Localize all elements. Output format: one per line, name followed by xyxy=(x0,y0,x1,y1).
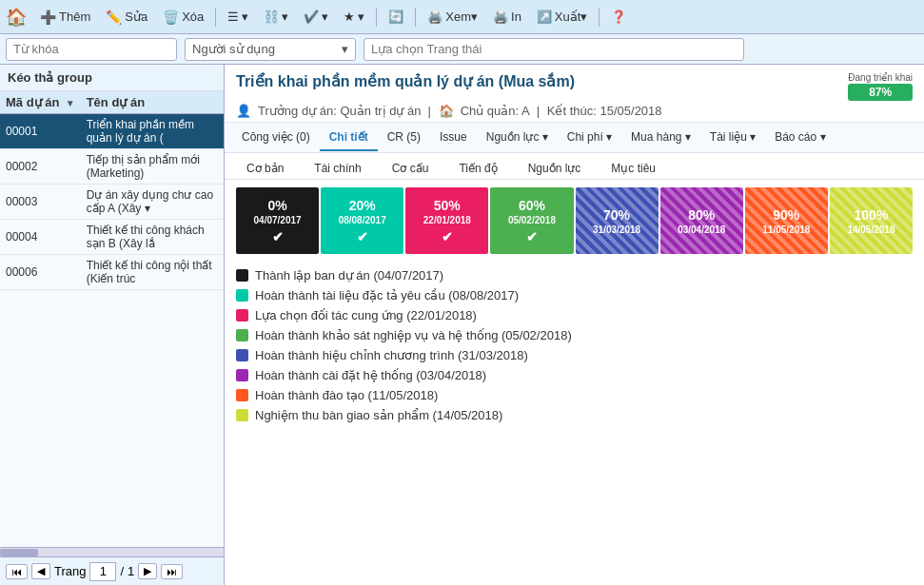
left-panel-title: Kéo thả group xyxy=(0,65,224,91)
legend-text: Thành lập ban dự án (04/07/2017) xyxy=(255,268,443,283)
project-code: 00003 xyxy=(0,185,81,220)
tab-cong-viec[interactable]: Công việc (0) xyxy=(232,125,320,151)
project-name: Triển khai phần mềm quản lý dự án ( xyxy=(81,114,224,149)
refresh-icon: 🔄 xyxy=(388,10,403,24)
check-icon: ✔ xyxy=(442,229,453,244)
divider-2 xyxy=(376,8,377,27)
sub-tab-co-ban[interactable]: Cơ bản xyxy=(232,157,298,179)
filter-icon-code[interactable]: ▼ xyxy=(66,98,75,108)
page-total: 1 xyxy=(128,564,134,578)
page-of: / xyxy=(120,564,124,578)
milestone-date: 03/04/2018 xyxy=(678,224,725,235)
milestone-pct: 70% xyxy=(603,207,630,223)
legend-item: Hoàn thành tài liệu đặc tả yêu cầu (08/0… xyxy=(236,285,913,305)
legend-item: Lựa chọn đối tác cung ứng (22/01/2018) xyxy=(236,305,913,325)
sub-tab-tien-do[interactable]: Tiến độ xyxy=(444,157,511,179)
sua-button[interactable]: ✏️ Sửa xyxy=(100,7,153,28)
legend-color xyxy=(236,349,248,361)
in-button[interactable]: 🖨️ In xyxy=(487,7,527,27)
them-button[interactable]: ➕ Thêm xyxy=(34,7,96,28)
print-icon: 🖨️ xyxy=(427,10,442,24)
user-select[interactable]: Người sử dụng ▾ xyxy=(185,38,356,61)
help-icon: ❓ xyxy=(611,10,626,24)
scroll-thumb[interactable] xyxy=(0,549,38,556)
tab-chi-phi[interactable]: Chi phí ▾ xyxy=(558,125,621,151)
table-row[interactable]: 00006 Thiết kế thi công nội thất (Kiến t… xyxy=(0,255,224,290)
sub-tab-tai-chinh[interactable]: Tài chính xyxy=(300,157,375,179)
sub-tab-muc-tieu[interactable]: Mục tiêu xyxy=(597,157,670,179)
legend-item: Nghiệm thu bàn giao sản phẩm (14/05/2018… xyxy=(236,405,913,425)
table-row[interactable]: 00003 Dự án xây dụng chư cao cấp A (Xây … xyxy=(0,185,224,220)
legend-color xyxy=(236,289,248,302)
xoa-button[interactable]: 🗑️ Xóa xyxy=(157,7,209,28)
legend-text: Lựa chọn đối tác cung ứng (22/01/2018) xyxy=(255,308,477,322)
check-icon: ✔ xyxy=(272,229,284,244)
check-button[interactable]: ✔️ ▾ xyxy=(298,7,334,27)
legend-list: Thành lập ban dự án (04/07/2017) Hoàn th… xyxy=(236,265,913,425)
milestone-track: 0% 04/07/2017 ✔ 20% 08/08/2017 ✔ 50% 22/… xyxy=(236,187,913,254)
meta-icon-person: 👤 xyxy=(236,104,251,118)
project-name: Dự án xây dụng chư cao cấp A (Xây ▾ xyxy=(81,185,224,220)
progress-badge: 87% xyxy=(848,84,913,101)
pagination: ⏮ ◀ Trang / 1 ▶ ⏭ xyxy=(0,556,224,585)
refresh-button[interactable]: 🔄 xyxy=(383,7,409,27)
legend-item: Hoàn thành đào tạo (11/05/2018) xyxy=(236,385,913,405)
xem-label: Xem▾ xyxy=(445,10,478,24)
menu-button[interactable]: ☰ ▾ xyxy=(222,7,254,27)
main-layout: Kéo thả group Mã dự án ▼ Tên dự án xyxy=(0,65,924,585)
legend-item: Hoàn thành cài đặt hệ thống (03/04/2018) xyxy=(236,365,913,385)
milestone-pct: 20% xyxy=(349,198,376,213)
divider-4 xyxy=(599,8,600,27)
legend-text: Hoàn thành hiệu chỉnh chương trình (31/0… xyxy=(255,348,528,362)
table-row[interactable]: 00001 Triển khai phần mềm quản lý dự án … xyxy=(0,114,224,149)
tab-tai-lieu[interactable]: Tài liệu ▾ xyxy=(700,125,765,151)
progress-label: Đang triển khai xyxy=(848,72,913,83)
milestone-date: 14/05/2018 xyxy=(847,224,895,235)
in-icon: 🖨️ xyxy=(493,10,508,24)
help-button[interactable]: ❓ xyxy=(605,7,632,27)
table-row[interactable]: 00004 Thiết kế thi công khách sạn B (Xây… xyxy=(0,220,224,255)
star-button[interactable]: ★ ▾ xyxy=(338,7,370,27)
horizontal-scrollbar[interactable] xyxy=(0,547,224,556)
page-next-btn[interactable]: ▶ xyxy=(138,563,157,579)
project-table: Mã dự án ▼ Tên dự án 00001 Triển khai ph… xyxy=(0,91,224,547)
tab-cr[interactable]: CR (5) xyxy=(378,125,430,151)
tab-mua-hang[interactable]: Mua hàng ▾ xyxy=(621,125,700,151)
tab-chi-tiet[interactable]: Chi tiết xyxy=(320,125,378,151)
page-prev-btn[interactable]: ◀ xyxy=(31,563,50,579)
milestone-block: 70% 31/03/2018 xyxy=(576,187,659,254)
milestone-date: 08/08/2017 xyxy=(339,215,386,225)
table-row[interactable]: 00002 Tiếp thị sản phẩm mới (Marketing) xyxy=(0,149,224,185)
tab-issue[interactable]: Issue xyxy=(430,125,477,151)
project-name: Thiết kế thi công nội thất (Kiến trúc xyxy=(81,255,224,290)
milestone-block: 60% 05/02/2018 ✔ xyxy=(490,187,573,254)
project-code: 00006 xyxy=(0,255,81,290)
xuat-button[interactable]: ↗️ Xuất▾ xyxy=(531,7,594,27)
page-first-btn[interactable]: ⏮ xyxy=(6,564,28,579)
project-header: Triển khai phần mềm quản lý dự án (Mua s… xyxy=(225,65,924,123)
legend-item: Hoàn thành hiệu chỉnh chương trình (31/0… xyxy=(236,345,913,365)
tab-nguon-luc[interactable]: Nguồn lực ▾ xyxy=(477,125,558,151)
keyword-input[interactable] xyxy=(6,38,177,61)
link-button[interactable]: ⛓️ ▾ xyxy=(258,7,294,27)
status-input[interactable] xyxy=(364,38,744,61)
right-panel: Triển khai phần mềm quản lý dự án (Mua s… xyxy=(225,65,924,585)
trash-icon: 🗑️ xyxy=(163,10,179,25)
timeline-content[interactable]: 0% 04/07/2017 ✔ 20% 08/08/2017 ✔ 50% 22/… xyxy=(225,180,924,585)
in-label: In xyxy=(511,10,521,24)
legend-text: Hoàn thành tài liệu đặc tả yêu cầu (08/0… xyxy=(255,288,519,302)
page-last-btn[interactable]: ⏭ xyxy=(161,564,183,579)
user-select-label: Người sử dụng xyxy=(192,42,275,56)
milestone-block: 20% 08/08/2017 ✔ xyxy=(321,187,403,254)
legend-color xyxy=(236,409,248,421)
tab-bao-cao[interactable]: Báo cáo ▾ xyxy=(765,125,835,151)
sub-tab-nguon-luc[interactable]: Nguồn lực xyxy=(514,157,596,179)
xem-button[interactable]: 🖨️ Xem▾ xyxy=(422,7,483,27)
sub-tab-co-cau[interactable]: Cơ cấu xyxy=(378,157,443,179)
col-header-name: Tên dự án xyxy=(81,91,224,114)
page-number-input[interactable] xyxy=(89,562,116,581)
milestone-date: 04/07/2017 xyxy=(254,215,302,225)
milestone-date: 11/05/2018 xyxy=(762,224,810,235)
sua-label: Sửa xyxy=(125,10,147,24)
milestone-block: 0% 04/07/2017 ✔ xyxy=(236,187,319,254)
